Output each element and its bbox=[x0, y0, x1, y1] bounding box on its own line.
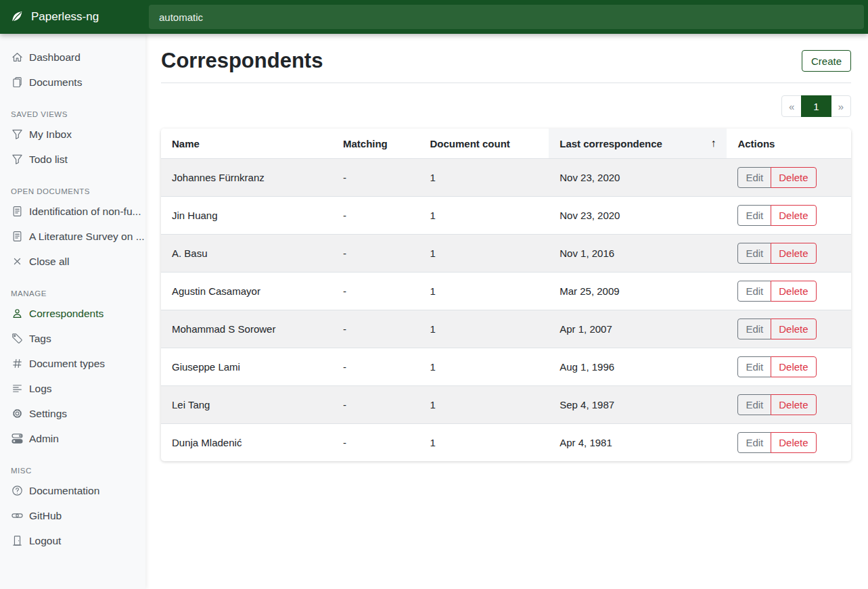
table-header-row: Name Matching Document count Last corres… bbox=[161, 128, 851, 159]
last-correspondence-date: Sep 4, 1987 bbox=[549, 386, 727, 424]
correspondent-name: A. Basu bbox=[161, 235, 332, 273]
sidebar-section-title-manage: MANAGE bbox=[11, 284, 135, 298]
edit-button[interactable]: Edit bbox=[737, 394, 771, 415]
correspondent-name: Dunja Mladenić bbox=[161, 424, 332, 462]
link-icon bbox=[11, 510, 23, 522]
column-header-last-correspondence[interactable]: Last correspondence ↑ bbox=[549, 128, 727, 159]
correspondents-table-card: Name Matching Document count Last corres… bbox=[161, 128, 851, 461]
matching-value: - bbox=[332, 159, 419, 197]
document-count: 1 bbox=[419, 197, 549, 235]
correspondent-name: Agustin Casamayor bbox=[161, 273, 332, 310]
correspondent-name: Lei Tang bbox=[161, 386, 332, 424]
matching-value: - bbox=[332, 424, 419, 462]
column-header-name[interactable]: Name bbox=[161, 128, 332, 159]
column-header-actions: Actions bbox=[727, 128, 851, 159]
sidebar-item-close-all[interactable]: Close all bbox=[0, 249, 145, 274]
document-count: 1 bbox=[419, 273, 549, 310]
column-header-matching[interactable]: Matching bbox=[332, 128, 419, 159]
sidebar-item-github[interactable]: GitHub bbox=[0, 503, 145, 528]
sidebar-item-correspondents[interactable]: Correspondents bbox=[0, 301, 145, 326]
document-count: 1 bbox=[419, 386, 549, 424]
delete-button[interactable]: Delete bbox=[771, 205, 816, 226]
last-correspondence-date: Apr 1, 2007 bbox=[549, 310, 727, 348]
sidebar-item-identification-of-non-fu[interactable]: Identification of non-fu... bbox=[0, 199, 145, 224]
files-icon bbox=[11, 76, 23, 89]
create-button[interactable]: Create bbox=[802, 50, 851, 72]
file-text-icon bbox=[11, 206, 23, 218]
document-count: 1 bbox=[419, 424, 549, 462]
sidebar-item-document-types[interactable]: Document types bbox=[0, 351, 145, 376]
sidebar-item-settings[interactable]: Settings bbox=[0, 401, 145, 426]
sidebar-item-logs[interactable]: Logs bbox=[0, 376, 145, 401]
app-logo[interactable]: Paperless-ng bbox=[0, 10, 145, 24]
edit-button[interactable]: Edit bbox=[737, 243, 771, 264]
sidebar-section-title-saved-views: SAVED VIEWS bbox=[11, 105, 135, 118]
pagination-page-1[interactable]: 1 bbox=[801, 95, 831, 117]
delete-button[interactable]: Delete bbox=[771, 167, 816, 188]
text-left-icon bbox=[11, 383, 23, 395]
delete-button[interactable]: Delete bbox=[771, 319, 816, 339]
last-correspondence-date: Nov 23, 2020 bbox=[549, 197, 727, 235]
page-title: Correspondents bbox=[161, 47, 323, 74]
funnel-icon bbox=[11, 128, 23, 141]
header-divider bbox=[161, 83, 851, 83]
document-count: 1 bbox=[419, 348, 549, 386]
sort-ascending-icon: ↑ bbox=[710, 137, 716, 149]
matching-value: - bbox=[332, 310, 419, 348]
sidebar-item-admin[interactable]: Admin bbox=[0, 426, 145, 451]
pagination: « 1 » bbox=[781, 95, 851, 117]
x-icon bbox=[11, 256, 23, 268]
sidebar-item-dashboard[interactable]: Dashboard bbox=[0, 45, 145, 70]
feather-logo-icon bbox=[10, 10, 24, 24]
edit-button[interactable]: Edit bbox=[737, 356, 771, 377]
table-row: Johannes Fürnkranz - 1 Nov 23, 2020 Edit… bbox=[161, 159, 851, 197]
correspondent-name: Johannes Fürnkranz bbox=[161, 159, 332, 197]
delete-button[interactable]: Delete bbox=[771, 281, 816, 302]
edit-button[interactable]: Edit bbox=[737, 432, 771, 453]
edit-button[interactable]: Edit bbox=[737, 167, 771, 188]
sidebar-item-documentation[interactable]: Documentation bbox=[0, 478, 145, 503]
sidebar-item-a-literature-survey-on[interactable]: A Literature Survey on ... bbox=[0, 224, 145, 249]
door-icon bbox=[11, 535, 23, 547]
gear-icon bbox=[11, 408, 23, 420]
funnel-icon bbox=[11, 154, 23, 166]
delete-button[interactable]: Delete bbox=[771, 432, 816, 453]
table-row: Jin Huang - 1 Nov 23, 2020 EditDelete bbox=[161, 197, 851, 235]
delete-button[interactable]: Delete bbox=[771, 356, 816, 377]
pagination-next[interactable]: » bbox=[831, 95, 851, 117]
edit-button[interactable]: Edit bbox=[737, 319, 771, 339]
sidebar-item-logout[interactable]: Logout bbox=[0, 528, 145, 553]
last-correspondence-date: Aug 1, 1996 bbox=[549, 348, 727, 386]
pagination-prev[interactable]: « bbox=[781, 95, 802, 117]
sidebar-item-todo-list[interactable]: Todo list bbox=[0, 147, 145, 172]
app-title: Paperless-ng bbox=[31, 10, 99, 24]
house-icon bbox=[11, 51, 23, 64]
main-content: Correspondents Create « 1 » Name Match bbox=[145, 34, 868, 589]
hash-icon bbox=[11, 358, 23, 370]
document-count: 1 bbox=[419, 159, 549, 197]
table-row: A. Basu - 1 Nov 1, 2016 EditDelete bbox=[161, 235, 851, 273]
sidebar-item-tags[interactable]: Tags bbox=[0, 326, 145, 351]
table-row: Mohammad S Sorower - 1 Apr 1, 2007 EditD… bbox=[161, 310, 851, 348]
delete-button[interactable]: Delete bbox=[771, 394, 816, 415]
document-count: 1 bbox=[419, 310, 549, 348]
document-count: 1 bbox=[419, 235, 549, 273]
column-header-document-count[interactable]: Document count bbox=[419, 128, 549, 159]
last-correspondence-date: Nov 1, 2016 bbox=[549, 235, 727, 273]
search-input[interactable] bbox=[149, 5, 864, 29]
edit-button[interactable]: Edit bbox=[737, 205, 771, 226]
sidebar-item-documents[interactable]: Documents bbox=[0, 70, 145, 95]
matching-value: - bbox=[332, 386, 419, 424]
sidebar-section-title-misc: MISC bbox=[11, 461, 135, 475]
edit-button[interactable]: Edit bbox=[737, 281, 771, 302]
matching-value: - bbox=[332, 197, 419, 235]
correspondents-table: Name Matching Document count Last corres… bbox=[161, 128, 851, 461]
sidebar-item-my-inbox[interactable]: My Inbox bbox=[0, 122, 145, 147]
sidebar-section-title-open-documents: OPEN DOCUMENTS bbox=[11, 182, 135, 195]
tag-icon bbox=[11, 333, 23, 345]
delete-button[interactable]: Delete bbox=[771, 243, 816, 264]
file-text-icon bbox=[11, 231, 23, 243]
table-row: Dunja Mladenić - 1 Apr 4, 1981 EditDelet… bbox=[161, 424, 851, 462]
matching-value: - bbox=[332, 273, 419, 310]
question-circle-icon bbox=[11, 485, 23, 497]
